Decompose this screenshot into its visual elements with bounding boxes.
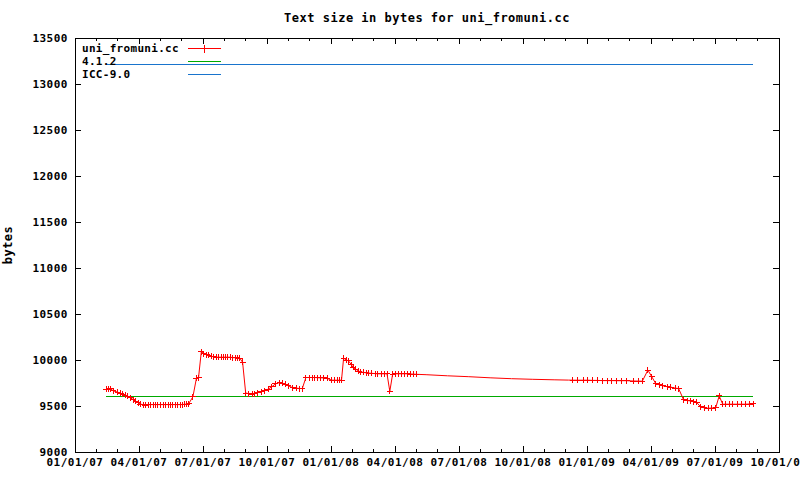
y-tick-label: 11000 [32,262,68,275]
x-tick-label: 01/01/07 [47,456,104,469]
y-tick-label: 12500 [32,124,68,137]
x-tick-label: 07/01/07 [175,456,232,469]
series-line-uni_fromuni.cc [106,352,753,409]
legend-item-gcc-412: 4.1.2 [82,55,221,68]
legend-label-icc-90: ICC-9.0 [82,68,130,81]
x-tick-label: 01/01/08 [303,456,360,469]
x-tick-label: 10/01/07 [239,456,296,469]
legend-item-uni-fromuni: uni_fromuni.cc [82,42,221,55]
plot-canvas: Text size in bytes for uni_fromuni.cc by… [0,0,800,480]
plot-border [75,38,779,452]
legend-label-gcc-412: 4.1.2 [82,55,117,68]
x-tick-label: 04/01/08 [367,456,424,469]
legend-item-icc-90: ICC-9.0 [82,68,221,81]
y-tick-label: 12000 [32,170,68,183]
y-tick-label: 13500 [32,32,68,45]
plot-area: 9000950010000105001100011500120001250013… [32,32,800,469]
chart-title: Text size in bytes for uni_fromuni.cc [284,11,570,26]
y-tick-label: 10000 [32,354,68,367]
legend-label-uni-fromuni: uni_fromuni.cc [82,42,179,55]
x-tick-label: 07/01/08 [431,456,488,469]
legend: uni_fromuni.cc 4.1.2 ICC-9.0 [82,42,221,81]
x-tick-label: 04/01/07 [111,456,168,469]
legend-plus-marker-red [201,45,209,53]
x-tick-label: 04/01/09 [623,456,680,469]
gnuplot-chart-window: Text size in bytes for uni_fromuni.cc by… [0,0,800,480]
y-axis-label: bytes [1,226,15,265]
x-tick-label: 10/01/09 [751,456,800,469]
y-tick-label: 9500 [40,400,69,413]
y-tick-label: 10500 [32,308,68,321]
x-tick-label: 07/01/09 [687,456,744,469]
y-tick-label: 13000 [32,78,68,91]
x-tick-label: 01/01/09 [559,456,616,469]
y-tick-label: 11500 [32,216,68,229]
x-tick-label: 10/01/08 [495,456,552,469]
